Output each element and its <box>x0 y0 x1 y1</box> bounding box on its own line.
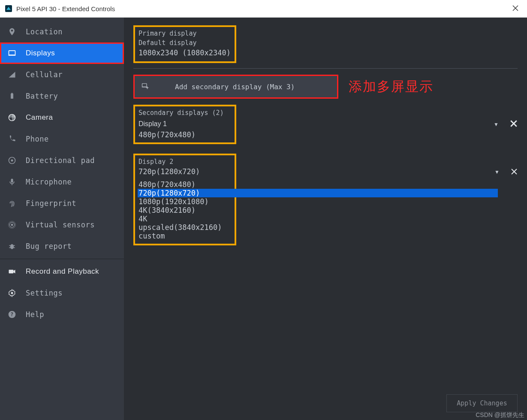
sidebar-item-record-playback[interactable]: Record and Playback <box>0 261 124 282</box>
sidebar-item-label: Camera <box>26 113 53 122</box>
content-pane: Primary display Default display 1080x234… <box>124 18 527 420</box>
display2-selected-resolution: 720p(1280x720) <box>139 167 231 176</box>
svg-rect-20 <box>9 270 14 273</box>
display2-dropdown-arrow[interactable]: ▼ <box>494 169 500 175</box>
sidebar-item-phone[interactable]: Phone <box>0 128 124 150</box>
displays-icon <box>8 49 16 57</box>
svg-point-21 <box>11 292 13 294</box>
sidebar-item-label: Location <box>26 27 63 36</box>
add-secondary-display-label: Add secondary display (Max 3) <box>175 83 295 91</box>
primary-display-title: Primary display <box>139 30 231 37</box>
location-icon <box>8 27 16 36</box>
svg-text:?: ? <box>10 311 13 317</box>
svg-rect-3 <box>9 51 15 55</box>
window-title: Pixel 5 API 30 - Extended Controls <box>16 5 115 12</box>
primary-display-subtitle: Default display <box>139 39 231 47</box>
sidebar: Location Displays Cellular Battery Camer… <box>0 18 124 420</box>
add-display-icon <box>142 82 149 91</box>
bug-icon <box>8 242 16 251</box>
resolution-option-selected[interactable]: 720p(1280x720) <box>138 189 498 197</box>
sidebar-item-bug-report[interactable]: Bug report <box>0 236 124 257</box>
resolution-option[interactable]: 480p(720x480) <box>139 180 231 189</box>
sidebar-item-label: Help <box>26 310 44 319</box>
sensors-icon <box>8 221 16 229</box>
display2-remove-button[interactable] <box>511 166 518 178</box>
sidebar-item-fingerprint[interactable]: Fingerprint <box>0 193 124 214</box>
dpad-icon <box>8 156 16 165</box>
sidebar-item-cellular[interactable]: Cellular <box>0 64 124 85</box>
microphone-icon <box>8 178 16 186</box>
svg-point-9 <box>11 160 13 162</box>
svg-rect-4 <box>9 55 16 56</box>
svg-rect-6 <box>12 93 13 94</box>
primary-display-panel: Primary display Default display 1080x234… <box>133 25 236 63</box>
svg-rect-24 <box>142 84 147 87</box>
sidebar-item-label: Cellular <box>26 70 63 79</box>
svg-rect-10 <box>11 179 13 183</box>
display1-resolution: 480p(720x480) <box>139 130 231 139</box>
battery-icon <box>8 92 16 100</box>
resolution-option[interactable]: 4K(3840x2160) <box>139 206 231 215</box>
sidebar-divider <box>0 259 124 259</box>
sidebar-item-label: Battery <box>26 92 58 100</box>
help-icon: ? <box>8 310 16 319</box>
fingerprint-icon <box>8 199 16 208</box>
sidebar-item-label: Phone <box>26 135 49 143</box>
sidebar-item-label: Directional pad <box>26 156 95 165</box>
sidebar-item-battery[interactable]: Battery <box>0 85 124 107</box>
svg-point-15 <box>10 244 14 249</box>
sidebar-item-label: Fingerprint <box>26 199 76 208</box>
sidebar-item-microphone[interactable]: Microphone <box>0 171 124 193</box>
apply-changes-label: Apply Changes <box>457 399 507 407</box>
camera-icon <box>8 113 16 122</box>
resolution-option[interactable]: custom <box>139 232 231 240</box>
apply-changes-button[interactable]: Apply Changes <box>446 394 518 412</box>
sidebar-item-displays[interactable]: Displays <box>0 42 124 64</box>
svg-point-12 <box>11 224 13 226</box>
sidebar-item-camera[interactable]: Camera <box>0 107 124 128</box>
watermark: CSDN @抓饼先生 <box>473 411 527 420</box>
app-icon <box>5 5 12 12</box>
sidebar-item-directional-pad[interactable]: Directional pad <box>0 150 124 171</box>
titlebar: Pixel 5 API 30 - Extended Controls <box>0 0 527 18</box>
record-icon <box>8 267 16 276</box>
sidebar-item-virtual-sensors[interactable]: Virtual sensors <box>0 214 124 236</box>
display2-name: Display 2 <box>139 158 231 166</box>
sidebar-item-help[interactable]: ? Help <box>0 304 124 325</box>
sidebar-item-label: Bug report <box>26 242 72 251</box>
display1-remove-button[interactable] <box>510 119 518 130</box>
phone-icon <box>8 135 16 143</box>
secondary-displays-header: Secondary displays (2) <box>139 109 231 117</box>
display2-panel: Display 2 720p(1280x720) 480p(720x480) 7… <box>133 154 236 245</box>
svg-rect-5 <box>11 94 13 99</box>
annotation-text: 添加多屏显示 <box>349 78 434 96</box>
secondary-displays-panel: Secondary displays (2) Display 1 480p(72… <box>133 105 236 144</box>
svg-rect-11 <box>12 184 12 185</box>
sidebar-item-label: Microphone <box>26 178 72 186</box>
settings-icon <box>8 289 16 297</box>
sidebar-item-label: Record and Playback <box>26 267 99 276</box>
resolution-option[interactable]: 4K upscaled(3840x2160) <box>139 215 231 232</box>
primary-display-resolution: 1080x2340 (1080x2340) <box>139 48 231 57</box>
sidebar-item-label: Settings <box>26 289 63 297</box>
cellular-icon <box>8 70 16 79</box>
display1-name: Display 1 <box>139 120 231 128</box>
sidebar-item-label: Virtual sensors <box>26 221 95 229</box>
display1-dropdown-arrow[interactable]: ▼ <box>494 121 499 127</box>
sidebar-item-label: Displays <box>26 49 55 57</box>
divider <box>133 68 518 69</box>
add-secondary-display-button[interactable]: Add secondary display (Max 3) <box>133 75 338 99</box>
window-close-button[interactable] <box>509 3 522 15</box>
resolution-option[interactable]: 1080p(1920x1080) <box>139 197 231 206</box>
sidebar-item-settings[interactable]: Settings <box>0 282 124 304</box>
sidebar-item-location[interactable]: Location <box>0 21 124 42</box>
